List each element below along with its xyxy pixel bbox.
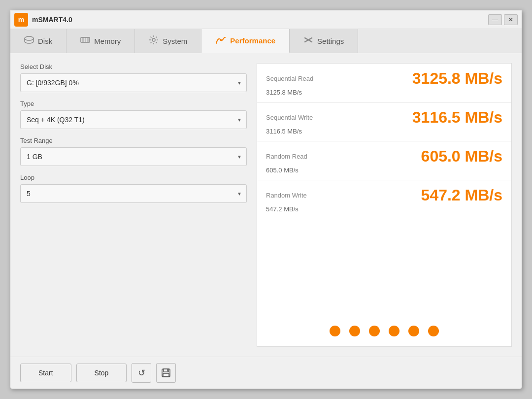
title-bar: m mSMART4.0 — ✕: [10, 10, 522, 29]
type-group: Type Seq + 4K (Q32 T1) ▼: [20, 100, 247, 129]
metric-name: Random Read: [266, 153, 307, 160]
metric-value-large: 605.0 MB/s: [421, 147, 502, 166]
loop-label: Loop: [20, 174, 247, 181]
svg-point-0: [25, 36, 33, 40]
minimize-button[interactable]: —: [488, 14, 502, 25]
progress-dot-2: [369, 326, 380, 336]
metric-top: Random Read 605.0 MB/s: [266, 147, 502, 166]
main-window: m mSMART4.0 — ✕ Disk Memory System: [10, 10, 522, 389]
select-disk-label: Select Disk: [20, 63, 247, 70]
tab-system[interactable]: System: [135, 29, 201, 53]
start-button[interactable]: Start: [20, 364, 71, 382]
close-button[interactable]: ✕: [504, 14, 518, 25]
select-disk-wrapper: G: [0/932GB] 0% ▼: [20, 73, 247, 92]
bottom-bar: Start Stop ↺: [10, 357, 522, 389]
settings-icon: [303, 36, 313, 45]
performance-icon: [215, 35, 226, 46]
loop-group: Loop 5 ▼: [20, 174, 247, 203]
type-label: Type: [20, 100, 247, 107]
metric-top: Sequential Write 3116.5 MB/s: [266, 108, 502, 127]
svg-rect-3: [85, 37, 86, 42]
progress-dot-4: [408, 326, 419, 336]
main-content: Select Disk G: [0/932GB] 0% ▼ Type Seq +…: [10, 53, 522, 357]
select-disk-group: Select Disk G: [0/932GB] 0% ▼: [20, 63, 247, 92]
right-panel: Sequential Read 3125.8 MB/s 3125.8 MB/s …: [257, 63, 512, 347]
svg-point-5: [152, 38, 155, 41]
svg-rect-4: [87, 37, 89, 42]
metric-value-large: 3125.8 MB/s: [412, 69, 502, 88]
title-bar-left: m mSMART4.0: [14, 13, 72, 27]
metric-value-small: 547.2 MB/s: [266, 205, 502, 213]
select-disk-input[interactable]: G: [0/932GB] 0%: [20, 73, 247, 92]
memory-icon: [80, 36, 90, 46]
metric-top: Sequential Read 3125.8 MB/s: [266, 69, 502, 88]
metric-top: Random Write 547.2 MB/s: [266, 186, 502, 204]
tab-disk-label: Disk: [38, 37, 52, 45]
metric-value-large: 3116.5 MB/s: [412, 108, 502, 127]
metric-value-large: 547.2 MB/s: [421, 186, 502, 204]
loop-input[interactable]: 5: [20, 184, 247, 203]
app-logo: m: [14, 13, 28, 27]
svg-rect-11: [163, 373, 169, 376]
tab-system-label: System: [163, 37, 187, 45]
window-controls: — ✕: [488, 14, 518, 25]
disk-icon: [24, 35, 34, 47]
system-icon: [149, 35, 159, 47]
tab-memory-label: Memory: [94, 37, 121, 45]
save-icon: [161, 368, 171, 378]
left-panel: Select Disk G: [0/932GB] 0% ▼ Type Seq +…: [20, 63, 247, 347]
type-wrapper: Seq + 4K (Q32 T1) ▼: [20, 110, 247, 129]
dots-row: [266, 322, 502, 340]
tab-memory[interactable]: Memory: [66, 29, 135, 53]
metric-value-small: 3116.5 MB/s: [266, 128, 502, 135]
metric-value-small: 3125.8 MB/s: [266, 89, 502, 96]
save-button[interactable]: [156, 363, 176, 383]
svg-point-6: [220, 39, 222, 41]
test-range-label: Test Range: [20, 137, 247, 144]
test-range-input[interactable]: 1 GB: [20, 147, 247, 166]
tab-settings[interactable]: Settings: [290, 29, 358, 53]
progress-dot-0: [330, 326, 340, 336]
svg-rect-2: [82, 37, 84, 42]
metric-card-1: Sequential Write 3116.5 MB/s 3116.5 MB/s: [257, 102, 512, 141]
tab-bar: Disk Memory System Performance Settings: [10, 29, 522, 53]
test-range-group: Test Range 1 GB ▼: [20, 137, 247, 166]
tab-performance-label: Performance: [230, 36, 275, 45]
refresh-button[interactable]: ↺: [132, 363, 151, 383]
progress-area: [257, 219, 512, 347]
metric-card-2: Random Read 605.0 MB/s 605.0 MB/s: [257, 141, 512, 180]
type-input[interactable]: Seq + 4K (Q32 T1): [20, 110, 247, 129]
tab-performance[interactable]: Performance: [201, 29, 290, 53]
stop-button[interactable]: Stop: [76, 364, 127, 382]
progress-dot-1: [349, 326, 360, 336]
tab-disk[interactable]: Disk: [10, 29, 66, 53]
metric-value-small: 605.0 MB/s: [266, 166, 502, 174]
metric-card-0: Sequential Read 3125.8 MB/s 3125.8 MB/s: [257, 63, 512, 102]
metric-name: Sequential Write: [266, 114, 313, 121]
progress-dot-3: [389, 326, 399, 336]
progress-dot-5: [428, 326, 439, 336]
metric-card-3: Random Write 547.2 MB/s 547.2 MB/s: [257, 180, 512, 219]
metric-name: Sequential Read: [266, 75, 313, 82]
tab-settings-label: Settings: [317, 37, 344, 45]
app-title: mSMART4.0: [32, 16, 72, 24]
metric-name: Random Write: [266, 192, 307, 199]
test-range-wrapper: 1 GB ▼: [20, 147, 247, 166]
loop-wrapper: 5 ▼: [20, 184, 247, 203]
